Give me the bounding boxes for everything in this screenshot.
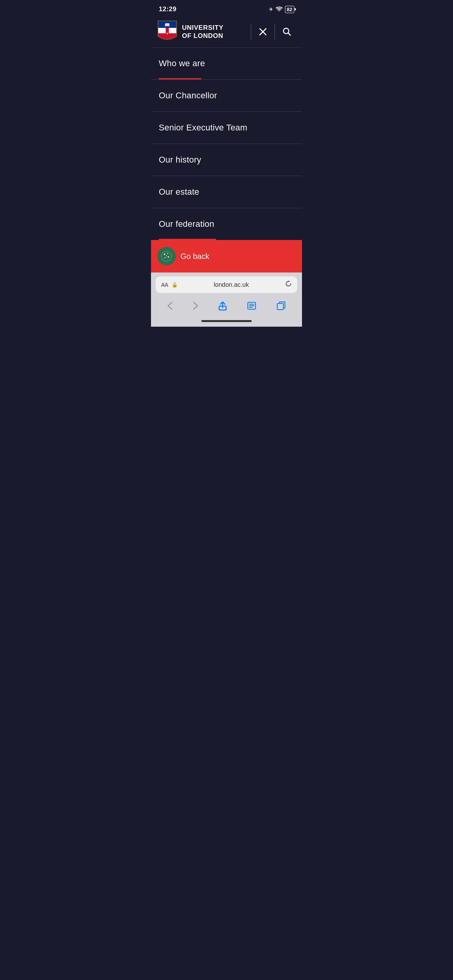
browser-bar: AA 🔒 london.ac.uk: [151, 272, 302, 296]
active-underline: [159, 78, 201, 79]
university-logo: 📖 ✦: [157, 20, 177, 43]
airplane-icon: ✈: [269, 6, 273, 12]
svg-point-15: [166, 255, 167, 257]
home-indicator: [151, 319, 302, 327]
logo-text: UNIVERSITYOF LONDON: [182, 24, 223, 40]
menu-item-label: Our history: [159, 155, 201, 164]
menu-item-who-we-are[interactable]: Who we are: [151, 48, 302, 80]
svg-point-14: [165, 257, 166, 259]
menu-item-label: Our federation: [159, 219, 214, 229]
battery-icon: 82: [285, 6, 294, 13]
svg-text:📖: 📖: [165, 22, 170, 27]
search-button[interactable]: [278, 24, 296, 39]
menu-item-our-estate[interactable]: Our estate: [151, 176, 302, 208]
close-icon: [259, 28, 267, 36]
svg-line-9: [288, 33, 290, 35]
menu-list: Who we are Our Chancellor Senior Executi…: [151, 48, 302, 240]
menu-item-our-history[interactable]: Our history: [151, 144, 302, 176]
close-button[interactable]: [254, 25, 271, 39]
menu-item-our-federation[interactable]: Our federation: [151, 208, 302, 240]
menu-item-our-chancellor[interactable]: Our Chancellor: [151, 80, 302, 112]
bottom-nav: [151, 296, 302, 319]
svg-point-13: [168, 256, 169, 258]
cookie-consent-icon: [157, 247, 176, 266]
svg-point-12: [167, 253, 168, 254]
nav-divider: [251, 24, 251, 39]
forward-button[interactable]: [187, 300, 204, 312]
tabs-button[interactable]: [270, 300, 292, 312]
menu-item-label: Our Chancellor: [159, 91, 217, 100]
go-back-label: Go back: [180, 252, 209, 261]
svg-rect-18: [277, 303, 283, 310]
status-time: 12:29: [159, 5, 177, 13]
share-button[interactable]: [212, 299, 233, 312]
menu-item-senior-executive-team[interactable]: Senior Executive Team: [151, 112, 302, 144]
logo-container: 📖 ✦ UNIVERSITYOF LONDON: [157, 20, 248, 43]
bookmarks-button[interactable]: [241, 300, 263, 312]
status-bar: 12:29 ✈ 82: [151, 0, 302, 16]
wifi-icon: [276, 6, 283, 13]
search-icon: [283, 27, 291, 36]
menu-item-label: Our estate: [159, 187, 199, 197]
menu-item-label: Senior Executive Team: [159, 123, 247, 132]
lock-icon: 🔒: [172, 282, 178, 288]
status-icons: ✈ 82: [269, 6, 294, 13]
svg-text:✦: ✦: [166, 31, 169, 36]
menu-item-label: Who we are: [159, 58, 205, 68]
federation-underline: [159, 239, 216, 240]
back-button[interactable]: [161, 300, 179, 312]
svg-point-11: [164, 254, 165, 255]
home-bar: [201, 320, 252, 322]
svg-point-0: [278, 10, 279, 11]
url-bar[interactable]: AA 🔒 london.ac.uk: [156, 276, 297, 293]
nav-header: 📖 ✦ UNIVERSITYOF LONDON: [151, 16, 302, 48]
reload-button[interactable]: [285, 280, 292, 289]
nav-buttons: [248, 24, 296, 39]
cookie-svg: [161, 250, 172, 262]
text-size-button[interactable]: AA: [161, 282, 168, 288]
nav-divider-2: [275, 24, 275, 39]
go-back-bar[interactable]: Go back: [151, 240, 302, 272]
url-text[interactable]: london.ac.uk: [181, 281, 282, 288]
